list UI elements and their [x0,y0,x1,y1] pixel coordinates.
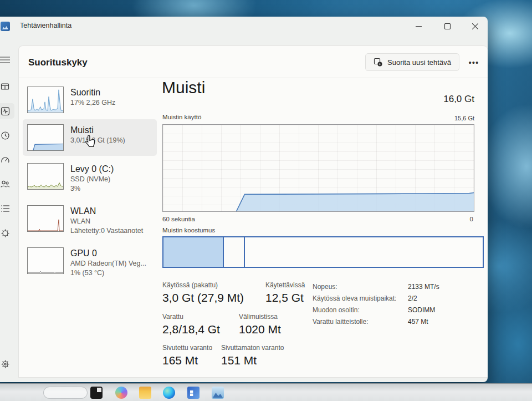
sidebar-item-stat: WLAN [70,217,143,226]
maximize-icon [444,23,451,29]
desktop-wallpaper: Tehtävienhallinta [0,0,532,401]
task-manager-app-icon [1,22,10,31]
startup-gauge-icon [1,156,10,164]
usage-chart-x-left: 60 sekuntia [162,216,195,222]
sidebar-item-stat: 3,0/15,6 Gt (19%) [70,136,125,145]
stat-cached: Välimuistissa 1020 Mt [239,313,281,336]
detail-speed: Nopeus: 2133 MT/s [313,283,479,294]
minimize-button[interactable] [406,17,431,35]
task-manager-window: Tehtävienhallinta [0,17,488,382]
cpu-mini-chart [27,87,64,113]
composition-modified-segment [224,237,244,267]
sidebar-item-stat: 17% 2,26 GHz [70,98,115,108]
nav-performance[interactable] [0,103,14,119]
titlebar: Tehtävienhallinta [0,17,488,35]
composition-used-segment [163,237,224,267]
sidebar-item-gpu[interactable]: GPU 0 AMD Radeon(TM) Veg... 1% (53 °C) [23,242,157,283]
taskbar-search-pill[interactable] [43,387,88,399]
run-new-task-button[interactable]: Suorita uusi tehtävä [365,53,459,71]
nav-details[interactable] [0,201,14,216]
composition-label: Muistin koostumus [162,227,215,234]
details-list-icon [1,205,10,212]
stat-non-paged-pool: Sivuttamaton varanto 151 Mt [221,344,284,367]
sidebar-item-title: Suoritin [70,87,115,98]
gear-icon [1,359,10,369]
sidebar-item-stat: SSD (NVMe) [70,175,114,184]
memory-page-title: Muisti [162,78,205,97]
nav-users[interactable] [0,176,14,192]
close-button[interactable] [462,17,488,35]
performance-pulse-icon [1,106,10,116]
minimize-icon [416,23,422,29]
nav-menu-button[interactable] [0,52,14,68]
memory-total: 16,0 Gt [364,94,474,105]
memory-composition-bar[interactable] [162,236,484,268]
usage-chart-ymax: 15,6 Gt [397,115,474,121]
sidebar-item-wlan[interactable]: WLAN WLAN Lähetetty:0 Vastaanotet [23,200,157,241]
nav-services[interactable] [0,225,14,241]
window-title: Tehtävienhallinta [20,22,71,29]
taskbar-icon-terminal[interactable] [90,387,103,399]
stat-paged-pool: Sivutettu varanto 165 Mt [162,344,212,367]
taskbar-icon-photos[interactable] [212,387,224,399]
close-icon [472,23,478,29]
sidebar-item-title: Muisti [70,124,125,136]
mouse-hand-cursor [84,135,97,151]
wlan-mini-chart [27,205,64,232]
sidebar-item-disk[interactable]: Levy 0 (C:) SSD (NVMe) 3% [23,158,157,199]
settings-button[interactable] [0,356,14,372]
maximize-button[interactable] [434,17,460,35]
nav-processes[interactable] [0,79,14,94]
sidebar-item-stat2: 3% [70,184,114,194]
gpu-mini-chart [27,247,64,274]
taskbar [0,383,532,401]
stat-available: Käytettävissä 12,5 Gt [265,281,305,304]
memory-mini-chart [27,124,64,151]
stat-committed: Varattu 2,8/18,4 Gt [162,313,220,336]
sidebar-item-title: GPU 0 [70,247,146,259]
hamburger-icon [0,56,10,64]
memory-usage-chart [162,124,474,212]
sidebar-item-stat2: Lähetetty:0 Vastaanotet [70,226,143,236]
services-gear-icon [1,229,10,238]
detail-form-factor: Muodon osoitin: SODIMM [313,306,479,317]
taskbar-icon-file-explorer[interactable] [139,387,151,399]
more-options-button[interactable]: ••• [464,53,483,71]
detail-slots-used: Käytössä oleva muistipaikat: 2/2 [313,295,479,306]
sidebar-item-title: Levy 0 (C:) [70,163,114,175]
usage-chart-label: Muistin käyttö [162,114,201,120]
taskbar-icon-edge[interactable] [163,387,175,399]
sidebar-item-stat2: 1% (53 °C) [70,268,146,278]
taskbar-icon-store[interactable] [187,387,200,399]
disk-mini-chart [27,163,64,190]
users-icon [0,180,10,189]
nav-app-history[interactable] [0,128,14,143]
sidebar-item-stat: AMD Radeon(TM) Veg... [70,259,146,268]
stat-in-use: Käytössä (pakattu) 3,0 Gt (27,9 Mt) [162,281,244,304]
taskbar-icon-copilot[interactable] [115,387,127,399]
content-card: Suorituskyky Suorita uusi tehtävä ••• [18,45,488,378]
run-new-task-label: Suorita uusi tehtävä [387,58,451,67]
processes-icon [1,82,10,91]
nav-startup-apps[interactable] [0,152,14,167]
usage-chart-x-right: 0 [407,216,473,222]
history-clock-icon [1,131,10,140]
run-new-task-icon [374,58,382,67]
page-title: Suorituskyky [28,57,88,68]
sidebar-item-title: WLAN [70,205,143,217]
sidebar-item-cpu[interactable]: Suoritin 17% 2,26 GHz [23,82,157,118]
page-header: Suorituskyky Suorita uusi tehtävä ••• [19,46,488,78]
detail-hardware-reserved: Varattu laitteistolle: 457 Mt [313,318,479,329]
